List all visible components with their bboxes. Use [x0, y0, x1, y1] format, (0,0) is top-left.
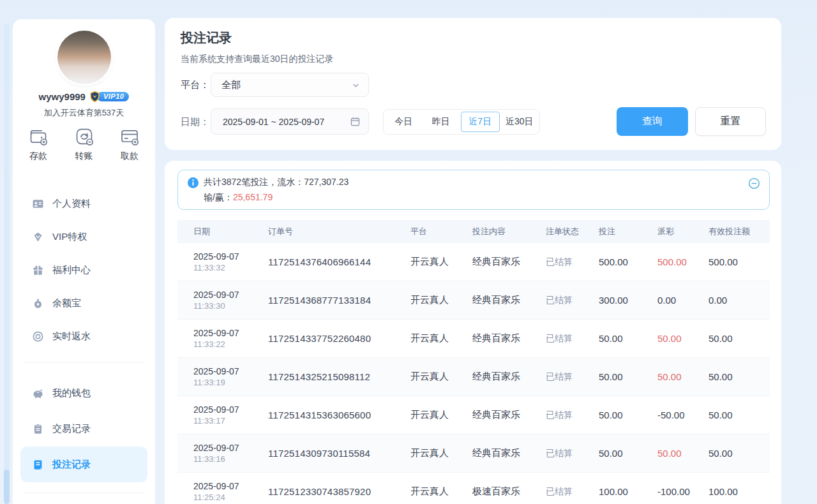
table-row: 2025-09-0711:33:17 1172514315363065600 开… — [177, 396, 770, 434]
sidebar-item-yuebao[interactable]: 余额宝 — [20, 286, 147, 320]
sidebar-item-rebate[interactable]: 实时返水 — [20, 320, 147, 353]
col-header-date: 日期 — [193, 226, 268, 237]
join-days-text: 加入开云体育第537天 — [13, 107, 155, 119]
sidebar-item-label: 实时返水 — [52, 330, 91, 343]
transfer-label: 转账 — [75, 151, 93, 162]
deposit-label: 存款 — [29, 151, 47, 162]
cell-platform: 开云真人 — [410, 409, 472, 421]
table-row: 2025-09-0711:25:24 1172512330743857920 开… — [177, 473, 770, 504]
cell-content: 经典百家乐 — [472, 371, 546, 383]
cell-date: 2025-09-0711:33:30 — [193, 290, 268, 311]
table-body: 2025-09-0711:33:32 1172514376406966144 开… — [177, 243, 770, 504]
table-row: 2025-09-0711:33:22 1172514337752260480 开… — [177, 320, 770, 358]
sidebar-item-transactions[interactable]: 交易记录 — [20, 411, 147, 447]
sidebar-divider — [23, 362, 145, 363]
summary-alert: 共计3872笔投注，流水：727,307.23 输/赢：25,651.79 — [177, 170, 770, 210]
range-30days-button[interactable]: 近30日 — [501, 114, 539, 130]
summary-line1: 共计3872笔投注，流水：727,307.23 — [204, 177, 349, 188]
cell-content: 经典百家乐 — [472, 256, 546, 268]
cell-status: 已结算 — [546, 371, 599, 383]
range-yesterday-button[interactable]: 昨日 — [423, 114, 460, 130]
cell-content: 经典百家乐 — [472, 409, 546, 421]
col-header-content: 投注内容 — [472, 226, 546, 237]
cell-order: 1172514337752260480 — [268, 333, 410, 344]
vip-badge: VIP10 — [89, 91, 129, 103]
sidebar-item-bet-records[interactable]: 投注记录 — [20, 447, 147, 482]
range-today-button[interactable]: 今日 — [385, 114, 423, 130]
table-row: 2025-09-0711:33:30 1172514368777133184 开… — [177, 281, 770, 320]
table-row: 2025-09-0711:33:16 1172514309730115584 开… — [177, 434, 770, 473]
cell-content: 经典百家乐 — [472, 447, 546, 459]
cell-valid: 50.00 — [708, 333, 770, 344]
sidebar-item-label: 个人资料 — [52, 198, 91, 210]
date-range-value: 2025-09-01 ~ 2025-09-07 — [223, 117, 324, 127]
cell-status: 已结算 — [546, 410, 599, 421]
sidebar-item-profile[interactable]: 个人资料 — [20, 187, 147, 220]
cell-bet: 100.00 — [599, 486, 657, 497]
cell-order: 1172512330743857920 — [268, 486, 410, 497]
deposit-button[interactable]: 存款 — [28, 126, 49, 162]
minus-circle-icon — [748, 177, 760, 189]
cell-platform: 开云真人 — [410, 256, 472, 268]
cell-date: 2025-09-0711:33:19 — [193, 366, 268, 387]
cell-valid: 50.00 — [708, 410, 770, 420]
sidebar-nav-primary: 个人资料 VIP特权 福利中心 余额宝 — [20, 187, 147, 353]
vip-level-label: VIP10 — [97, 92, 129, 101]
username: wywy9999 — [39, 91, 86, 102]
clipboard-icon — [32, 423, 44, 435]
withdraw-icon — [119, 126, 140, 147]
sidebar-item-label: 投注记录 — [52, 459, 91, 471]
cell-order: 1172514376406966144 — [268, 256, 410, 267]
withdraw-label: 取款 — [121, 151, 139, 162]
date-range-input[interactable]: 2025-09-01 ~ 2025-09-07 — [211, 108, 369, 135]
col-header-valid: 有效投注额 — [708, 226, 770, 237]
cell-order: 1172514309730115584 — [268, 448, 410, 459]
page-scrollbar-thumb[interactable] — [4, 470, 10, 504]
collapse-summary-button[interactable] — [748, 177, 760, 189]
sidebar-item-vip[interactable]: VIP特权 — [20, 220, 147, 253]
cell-order: 1172514325215098112 — [268, 371, 410, 382]
quick-actions: 存款 转账 取款 — [22, 126, 146, 162]
cell-bet: 50.00 — [599, 333, 657, 344]
cell-bet: 50.00 — [599, 448, 657, 459]
cell-platform: 开云真人 — [410, 332, 472, 345]
cell-content: 极速百家乐 — [472, 485, 546, 498]
transfer-icon — [74, 126, 94, 147]
cell-order: 1172514315363065600 — [268, 410, 410, 420]
query-button[interactable]: 查询 — [617, 107, 688, 136]
cell-payout: 0.00 — [657, 295, 708, 306]
reset-button[interactable]: 重置 — [695, 107, 766, 136]
cell-valid: 50.00 — [708, 448, 770, 459]
range-7days-button[interactable]: 近7日 — [461, 112, 500, 132]
cell-platform: 开云真人 — [410, 294, 472, 306]
gift-icon — [32, 264, 44, 276]
cell-valid: 500.00 — [708, 256, 770, 267]
cell-status: 已结算 — [546, 448, 599, 459]
sidebar-item-welfare[interactable]: 福利中心 — [20, 253, 147, 286]
piggy-bank-icon — [32, 387, 44, 399]
sidebar: wywy9999 VIP10 加入开云体育第537天 存款 — [13, 19, 155, 504]
table-row: 2025-09-0711:33:32 1172514376406966144 开… — [177, 243, 770, 281]
sidebar-item-label: 余额宝 — [52, 297, 81, 309]
cell-bet: 50.00 — [599, 410, 657, 420]
deposit-icon — [28, 126, 49, 147]
cell-bet: 300.00 — [599, 295, 657, 306]
table-header: 日期 订单号 平台 投注内容 注单状态 投注 派彩 有效投注额 — [177, 220, 770, 243]
cell-date: 2025-09-0711:33:32 — [193, 251, 268, 272]
cell-platform: 开云真人 — [410, 371, 472, 383]
profile-card-icon — [32, 198, 44, 210]
sidebar-item-wallet[interactable]: 我的钱包 — [20, 375, 147, 411]
user-avatar[interactable] — [57, 31, 111, 84]
withdraw-button[interactable]: 取款 — [119, 126, 140, 162]
cell-valid: 100.00 — [708, 486, 770, 497]
cell-payout: 50.00 — [657, 333, 708, 344]
platform-select[interactable]: 全部 — [211, 73, 369, 97]
cell-valid: 0.00 — [708, 295, 770, 306]
cell-order: 1172514368777133184 — [268, 295, 410, 306]
transfer-button[interactable]: 转账 — [74, 126, 94, 162]
cell-payout: -50.00 — [657, 410, 708, 420]
page-subtitle: 当前系统支持查询最近30日的投注记录 — [181, 54, 334, 65]
platform-selected-value: 全部 — [221, 79, 241, 91]
vip-gem-icon — [32, 231, 44, 243]
calendar-icon — [350, 116, 361, 127]
